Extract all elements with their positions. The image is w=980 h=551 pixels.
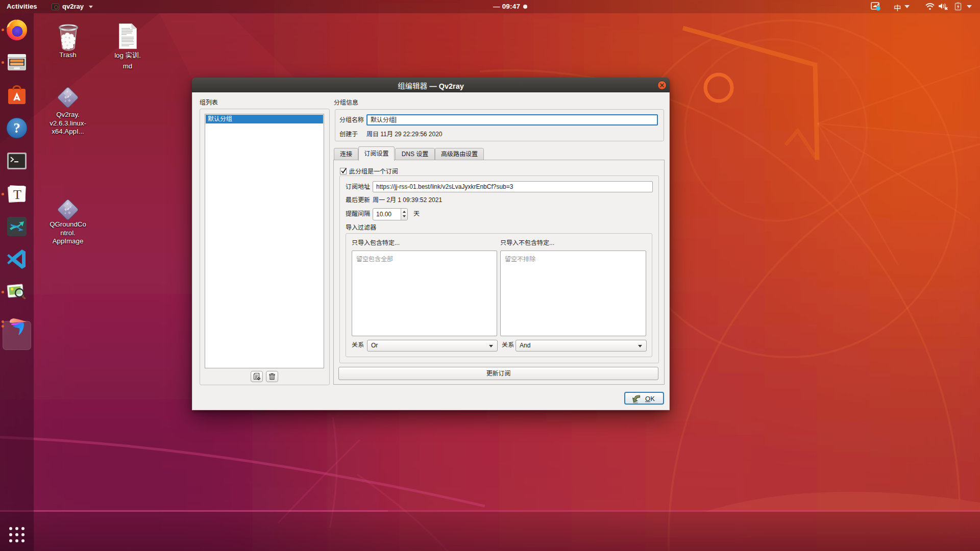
svg-text:T: T <box>13 187 21 202</box>
svg-text:?: ? <box>13 120 20 136</box>
